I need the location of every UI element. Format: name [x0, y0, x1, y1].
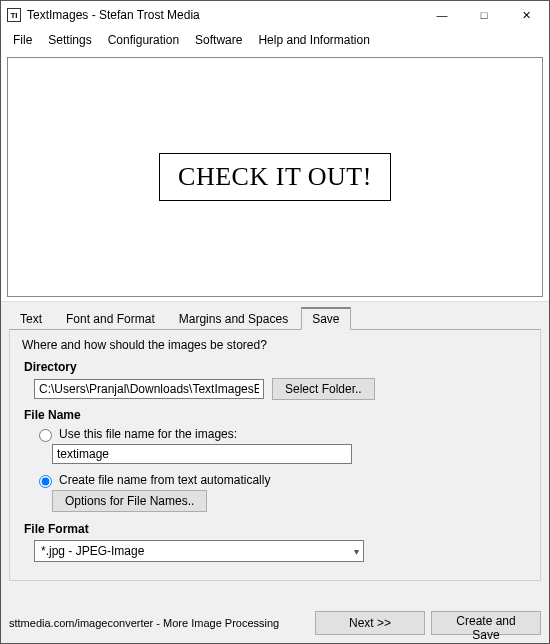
filename-input[interactable]	[52, 444, 352, 464]
preview-canvas: CHECK IT OUT!	[7, 57, 543, 297]
options-filenames-button[interactable]: Options for File Names..	[52, 490, 207, 512]
fileformat-value: *.jpg - JPEG-Image	[41, 544, 144, 558]
tab-strip: Text Font and Format Margins and Spaces …	[9, 308, 541, 330]
fileformat-label: File Format	[24, 522, 528, 536]
window-title: TextImages - Stefan Trost Media	[27, 8, 421, 22]
tab-save[interactable]: Save	[301, 307, 350, 330]
menu-software[interactable]: Software	[187, 31, 250, 49]
menu-settings[interactable]: Settings	[40, 31, 99, 49]
preview-text: CHECK IT OUT!	[159, 153, 391, 201]
tab-font-format[interactable]: Font and Format	[55, 308, 166, 330]
tab-margins-spaces[interactable]: Margins and Spaces	[168, 308, 299, 330]
menu-help[interactable]: Help and Information	[250, 31, 377, 49]
fileformat-select[interactable]: *.jpg - JPEG-Image ▾	[34, 540, 364, 562]
save-panel: Where and how should the images be store…	[9, 329, 541, 581]
close-button[interactable]: ✕	[505, 3, 547, 27]
tab-text[interactable]: Text	[9, 308, 53, 330]
save-question: Where and how should the images be store…	[22, 338, 528, 352]
filename-label: File Name	[24, 408, 528, 422]
radio-fixed-name[interactable]	[39, 429, 52, 442]
app-icon: TI	[7, 8, 21, 22]
directory-label: Directory	[24, 360, 528, 374]
directory-input[interactable]	[34, 379, 264, 399]
menu-file[interactable]: File	[5, 31, 40, 49]
lower-panel: Text Font and Format Margins and Spaces …	[1, 301, 549, 605]
chevron-down-icon: ▾	[354, 546, 359, 557]
radio-auto-name-label: Create file name from text automatically	[59, 473, 270, 487]
create-save-button[interactable]: Create and Save	[431, 611, 541, 635]
radio-auto-name[interactable]	[39, 475, 52, 488]
next-button[interactable]: Next >>	[315, 611, 425, 635]
preview-area: CHECK IT OUT!	[1, 53, 549, 301]
menu-configuration[interactable]: Configuration	[100, 31, 187, 49]
menubar: File Settings Configuration Software Hel…	[1, 29, 549, 53]
maximize-button[interactable]: □	[463, 3, 505, 27]
select-folder-button[interactable]: Select Folder..	[272, 378, 375, 400]
minimize-button[interactable]: —	[421, 3, 463, 27]
footer: sttmedia.com/imageconverter - More Image…	[1, 605, 549, 643]
radio-fixed-name-label: Use this file name for the images:	[59, 427, 237, 441]
footer-link[interactable]: sttmedia.com/imageconverter - More Image…	[9, 617, 309, 629]
titlebar: TI TextImages - Stefan Trost Media — □ ✕	[1, 1, 549, 29]
